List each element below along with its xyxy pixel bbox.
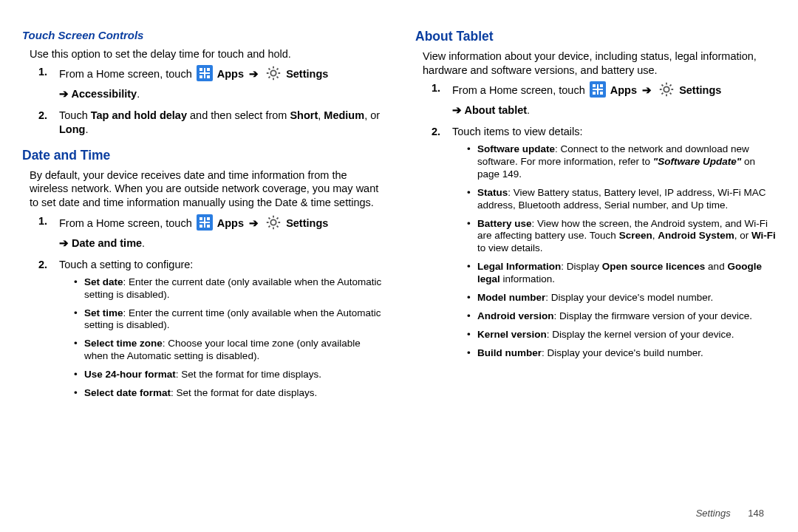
settings-label: Settings <box>286 68 328 80</box>
heading-date-time: Date and Time <box>22 147 383 164</box>
step-cont: ➔ Date and time. <box>59 236 383 250</box>
step-cont: ➔ About tablet. <box>452 103 776 117</box>
touch-step-1: From a Home screen, touch Apps ➔ Setting… <box>59 65 383 101</box>
gear-icon <box>658 81 675 98</box>
list-item: Android version: Display the firmware ve… <box>467 310 776 323</box>
touch-step-2: Touch Tap and hold delay and then select… <box>59 109 383 137</box>
arrow-icon: ➔ <box>249 68 259 80</box>
subheading-touch-controls: Touch Screen Controls <box>22 28 383 43</box>
touch-intro: Use this option to set the delay time fo… <box>30 47 383 61</box>
list-item: Kernel version: Display the kernel versi… <box>467 329 776 341</box>
list-item: Set time: Enter the current time (only a… <box>74 307 383 332</box>
list-item: Legal Information: Display Open source l… <box>467 261 776 286</box>
heading-about-tablet: About Tablet <box>415 28 776 45</box>
list-item: Software update: Connect to the network … <box>467 143 776 181</box>
svg-point-1 <box>270 219 276 225</box>
about-steps: From a Home screen, touch Apps ➔ Setting… <box>452 81 776 359</box>
datetime-bullets: Set date: Enter the current date (only a… <box>74 276 383 400</box>
datetime-steps: From a Home screen, touch Apps ➔ Setting… <box>59 214 383 400</box>
svg-point-0 <box>270 71 276 76</box>
datetime-step-1: From a Home screen, touch Apps ➔ Setting… <box>59 214 383 250</box>
about-bullets: Software update: Connect to the network … <box>467 143 776 359</box>
list-item: Select date format: Set the format for d… <box>74 387 383 400</box>
gear-icon <box>265 65 282 81</box>
list-item: Select time zone: Choose your local time… <box>74 338 383 363</box>
footer-section: Settings <box>696 508 731 519</box>
list-item: Model number: Display your device's mode… <box>467 292 776 304</box>
touch-steps: From a Home screen, touch Apps ➔ Setting… <box>59 65 383 137</box>
about-step-1: From a Home screen, touch Apps ➔ Setting… <box>452 81 776 117</box>
arrow-icon: ➔ <box>249 217 259 229</box>
svg-point-2 <box>664 87 669 92</box>
manual-page: Touch Screen Controls Use this option to… <box>0 0 798 532</box>
gear-icon <box>265 214 282 231</box>
arrow-icon: ➔ <box>642 84 652 96</box>
step-cont: ➔ Accessibility. <box>59 87 383 101</box>
list-item: Status: View Battery status, Battery lev… <box>467 187 776 212</box>
apps-label: Apps <box>217 68 244 80</box>
list-item: Set date: Enter the current date (only a… <box>74 276 383 301</box>
about-step-2: Touch items to view details: Software up… <box>452 125 776 359</box>
left-column: Touch Screen Controls Use this option to… <box>22 28 399 517</box>
apps-icon <box>197 214 213 231</box>
footer-page-number: 148 <box>748 508 764 519</box>
datetime-step-2: Touch a setting to configure: Set date: … <box>59 258 383 400</box>
about-intro: View information about your device, incl… <box>423 50 776 78</box>
right-column: About Tablet View information about your… <box>399 28 776 517</box>
list-item: Use 24-hour format: Set the format for t… <box>74 369 383 381</box>
step-text: From a Home screen, touch <box>59 68 192 80</box>
list-item: Build number: Display your device's buil… <box>467 347 776 360</box>
apps-icon <box>197 65 213 81</box>
datetime-intro: By default, your device receives date an… <box>30 168 383 211</box>
apps-icon <box>590 81 606 98</box>
page-footer: Settings 148 <box>696 508 764 520</box>
list-item: Battery use: View how the screen, the An… <box>467 218 776 256</box>
